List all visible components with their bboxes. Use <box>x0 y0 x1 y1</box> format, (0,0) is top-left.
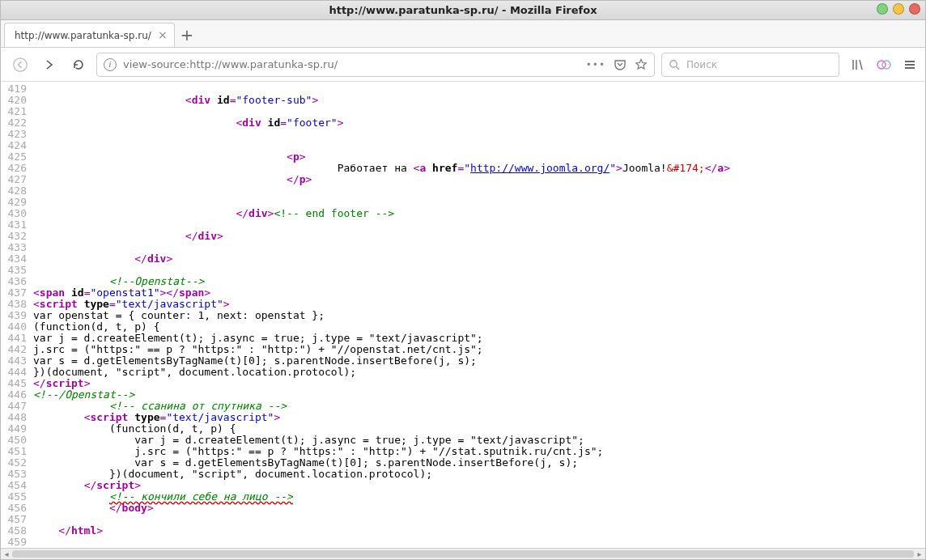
source-code[interactable]: var s = d.getElementsByTagName(t)[0]; s.… <box>33 355 925 367</box>
scroll-left-arrow[interactable]: ◂ <box>1 549 12 559</box>
source-code[interactable]: (function(d, t, p) { <box>33 423 925 435</box>
dots-icon[interactable]: ••• <box>586 59 605 70</box>
forward-button[interactable] <box>38 53 61 76</box>
reload-icon <box>72 58 85 71</box>
firefox-window: http://www.paratunka-sp.ru/ - Mozilla Fi… <box>0 0 926 560</box>
source-line: 420 <div id="footer-sub"> <box>1 95 925 106</box>
reload-button[interactable] <box>67 53 90 76</box>
new-tab-button[interactable]: + <box>175 23 199 47</box>
source-line: 453 })(document, "script", document.loca… <box>1 469 925 480</box>
source-code[interactable]: Работает на <a href="http://www.joomla.o… <box>33 163 925 174</box>
source-code[interactable] <box>33 83 925 95</box>
source-code[interactable]: <script type="text/javascript"> <box>33 412 925 423</box>
source-line: 447 <!-- ссанина от спутника --> <box>1 401 925 412</box>
scroll-right-arrow[interactable]: ▸ <box>914 549 925 559</box>
line-number: 457 <box>1 514 33 525</box>
line-number: 456 <box>1 503 33 514</box>
window-controls <box>877 3 920 15</box>
source-code[interactable]: <!--/Openstat--> <box>33 389 925 401</box>
source-code[interactable]: j.src = ("https:" == p ? "https:" : "htt… <box>33 446 925 457</box>
source-code[interactable]: </html> <box>33 525 925 537</box>
source-code[interactable]: </div> <box>33 253 925 265</box>
horizontal-scrollbar[interactable]: ◂ ▸ <box>1 548 925 559</box>
bookmark-star-icon[interactable] <box>635 58 648 71</box>
source-code[interactable]: <span id="openstat1"></span> <box>33 287 925 299</box>
source-code[interactable]: var s = d.getElementsByTagName(t)[0]; s.… <box>33 457 925 469</box>
source-code[interactable]: <script type="text/javascript"> <box>33 299 925 310</box>
source-line: 421 <box>1 106 925 117</box>
source-line: 438<script type="text/javascript"> <box>1 299 925 310</box>
line-number: 453 <box>1 469 33 480</box>
source-code[interactable] <box>33 129 925 140</box>
source-line: 434 </div> <box>1 253 925 265</box>
browser-tab[interactable]: http://www.paratunka-sp.ru/ × <box>4 23 175 47</box>
source-code[interactable] <box>33 197 925 208</box>
source-code[interactable]: })(document, "script", document.location… <box>33 469 925 480</box>
source-line: 425 <p> <box>1 151 925 163</box>
source-code[interactable]: </div><!-- end footer --> <box>33 208 925 219</box>
source-line: 451 j.src = ("https:" == p ? "https:" : … <box>1 446 925 457</box>
back-icon <box>13 57 28 72</box>
source-code[interactable]: </body> <box>33 503 925 514</box>
source-code[interactable]: <div id="footer"> <box>33 117 925 129</box>
source-code[interactable] <box>33 140 925 151</box>
scroll-thumb[interactable] <box>12 550 914 558</box>
pocket-icon[interactable] <box>614 58 627 71</box>
line-number: 425 <box>1 151 33 163</box>
source-view[interactable]: 419 420 <div id="footer-sub">421 422 <di… <box>1 82 925 548</box>
source-code[interactable]: <!--Openstat--> <box>33 276 925 287</box>
line-number: 442 <box>1 344 33 355</box>
source-code[interactable] <box>33 265 925 276</box>
url-bar[interactable]: i view-source:http://www.paratunka-sp.ru… <box>96 53 655 77</box>
line-number: 428 <box>1 185 33 197</box>
source-line: 429 <box>1 197 925 208</box>
library-icon[interactable] <box>851 57 865 72</box>
source-line: 419 <box>1 83 925 95</box>
source-code[interactable]: var j = d.createElement(t); j.async = tr… <box>33 435 925 446</box>
source-code[interactable]: })(document, "script", document.location… <box>33 367 925 378</box>
line-number: 459 <box>1 537 33 548</box>
maximize-button[interactable] <box>893 3 904 15</box>
line-number: 443 <box>1 355 33 367</box>
menu-icon[interactable] <box>903 57 917 72</box>
svg-point-7 <box>882 61 890 69</box>
source-line: 443var s = d.getElementsByTagName(t)[0];… <box>1 355 925 367</box>
source-code[interactable]: </p> <box>33 174 925 185</box>
minimize-button[interactable] <box>877 3 888 15</box>
line-number: 435 <box>1 265 33 276</box>
line-number: 429 <box>1 197 33 208</box>
line-number: 436 <box>1 276 33 287</box>
source-line: 432 </div> <box>1 231 925 242</box>
extension-icon[interactable] <box>877 57 891 72</box>
source-code[interactable]: <!-- кончили себе на лицо --> <box>33 491 925 503</box>
source-code[interactable]: <!-- ссанина от спутника --> <box>33 401 925 412</box>
source-code[interactable] <box>33 242 925 253</box>
source-code[interactable] <box>33 106 925 117</box>
svg-line-5 <box>860 60 862 70</box>
source-code[interactable]: j.src = ("https:" == p ? "https:" : "htt… <box>33 344 925 355</box>
source-code[interactable]: </div> <box>33 231 925 242</box>
source-line: 446<!--/Openstat--> <box>1 389 925 401</box>
source-code[interactable]: <p> <box>33 151 925 163</box>
line-number: 422 <box>1 117 33 129</box>
source-code[interactable]: var j = d.createElement(t); j.async = tr… <box>33 333 925 344</box>
line-number: 445 <box>1 378 33 389</box>
site-info-icon[interactable]: i <box>104 58 117 71</box>
svg-point-1 <box>670 60 677 66</box>
source-code[interactable]: </script> <box>33 480 925 491</box>
source-line: 431 <box>1 219 925 231</box>
source-code[interactable] <box>33 219 925 231</box>
source-code[interactable] <box>33 185 925 197</box>
source-code[interactable]: <div id="footer-sub"> <box>33 95 925 106</box>
source-code[interactable] <box>33 537 925 548</box>
source-code[interactable]: var openstat = { counter: 1, next: opens… <box>33 310 925 321</box>
search-bar[interactable]: Поиск <box>661 53 839 77</box>
source-code[interactable]: (function(d, t, p) { <box>33 321 925 333</box>
source-code[interactable]: </script> <box>33 378 925 389</box>
source-code[interactable] <box>33 514 925 525</box>
source-line: 426 Работает на <a href="http://www.joom… <box>1 163 925 174</box>
source-line: 423 <box>1 129 925 140</box>
close-button[interactable] <box>909 3 920 15</box>
tab-close-icon[interactable]: × <box>158 28 168 41</box>
back-button[interactable] <box>9 53 32 76</box>
